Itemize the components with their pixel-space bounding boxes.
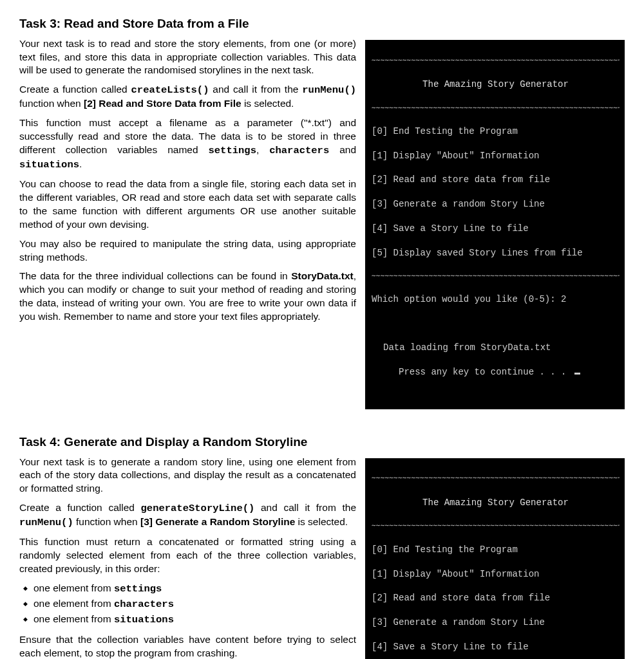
terminal-divider: ∼∼∼∼∼∼∼∼∼∼∼∼∼∼∼∼∼∼∼∼∼∼∼∼∼∼∼∼∼∼∼∼∼∼∼∼∼∼∼∼…: [372, 474, 620, 483]
section-gap: [19, 416, 625, 430]
menu-item-2: [2] Read and store data from file: [372, 174, 620, 186]
terminal-title: The Amazing Story Generator: [372, 78, 620, 91]
menu-option-ref: [2] Read and Store Data from File: [84, 98, 242, 109]
text-fragment: .: [79, 158, 82, 169]
code-characters: characters: [269, 145, 329, 156]
terminal-title: The Amazing Story Generator: [372, 496, 620, 510]
text-fragment: Create a function called: [19, 84, 131, 95]
text-fragment: The data for the three individual collec…: [19, 270, 291, 281]
code-situations: situations: [114, 614, 174, 626]
task4-heading: Task 4: Generate and Display a Random St…: [19, 434, 625, 450]
menu-item-5: [5] Display saved Story Lines from file: [372, 247, 620, 259]
text-fragment: Create a function called: [19, 502, 141, 513]
code-characters: characters: [114, 599, 174, 610]
terminal-divider: ∼∼∼∼∼∼∼∼∼∼∼∼∼∼∼∼∼∼∼∼∼∼∼∼∼∼∼∼∼∼∼∼∼∼∼∼∼∼∼∼…: [372, 56, 620, 66]
code-createlists: createLists(): [131, 84, 209, 96]
menu-option-ref: [3] Generate a Random Storyline: [140, 516, 295, 527]
terminal-divider: ∼∼∼∼∼∼∼∼∼∼∼∼∼∼∼∼∼∼∼∼∼∼∼∼∼∼∼∼∼∼∼∼∼∼∼∼∼∼∼∼…: [372, 104, 620, 113]
text-fragment: and call it from the: [209, 84, 302, 95]
terminal-divider: ∼∼∼∼∼∼∼∼∼∼∼∼∼∼∼∼∼∼∼∼∼∼∼∼∼∼∼∼∼∼∼∼∼∼∼∼∼∼∼∼…: [372, 272, 620, 281]
text-fragment: one element from: [33, 613, 114, 624]
terminal-divider: ∼∼∼∼∼∼∼∼∼∼∼∼∼∼∼∼∼∼∼∼∼∼∼∼∼∼∼∼∼∼∼∼∼∼∼∼∼∼∼∼…: [372, 521, 620, 531]
text-fragment: function when: [73, 516, 140, 527]
code-runmenu: runMenu(): [302, 84, 356, 96]
task4-terminal: ∼∼∼∼∼∼∼∼∼∼∼∼∼∼∼∼∼∼∼∼∼∼∼∼∼∼∼∼∼∼∼∼∼∼∼∼∼∼∼∼…: [365, 458, 625, 660]
menu-item-3: [3] Generate a random Story Line: [372, 198, 620, 210]
terminal-continue-text: Press any key to continue . . .: [399, 367, 572, 377]
task3-section: Task 3: Read and Store Data from a File …: [19, 15, 625, 416]
code-runmenu: runMenu(): [19, 517, 73, 528]
task4-section: Task 4: Generate and Display a Random St…: [19, 434, 625, 659]
terminal-blank: [372, 318, 620, 330]
menu-item-0: [0] End Testing the Program: [372, 544, 620, 556]
cursor-icon: [574, 373, 580, 375]
code-settings: settings: [209, 145, 256, 156]
terminal-prompt-line: Which option would you like (0-5): 2: [372, 293, 620, 306]
task3-heading: Task 3: Read and Store Data from a File: [19, 15, 625, 32]
text-fragment: and: [329, 144, 356, 155]
terminal-continue-line: Press any key to continue . . .: [372, 366, 620, 378]
menu-item-2: [2] Read and store data from file: [372, 592, 620, 604]
text-fragment: and call it from the: [254, 502, 356, 513]
menu-item-4: [4] Save a Story Line to file: [372, 641, 620, 653]
code-situations: situations: [19, 159, 79, 171]
menu-item-3: [3] Generate a random Story Line: [372, 617, 620, 629]
task3-terminal: ∼∼∼∼∼∼∼∼∼∼∼∼∼∼∼∼∼∼∼∼∼∼∼∼∼∼∼∼∼∼∼∼∼∼∼∼∼∼∼∼…: [365, 40, 625, 409]
text-fragment: ,: [256, 144, 269, 155]
terminal-loading-line: Data loading from StoryData.txt: [372, 342, 620, 354]
menu-item-1: [1] Display "About" Information: [372, 150, 620, 162]
code-generatestoryline: generateStoryLine(): [141, 503, 255, 514]
storydata-filename: StoryData.txt: [291, 270, 353, 281]
text-fragment: one element from: [33, 582, 114, 593]
text-fragment: one element from: [33, 598, 114, 609]
menu-item-1: [1] Display "About" Information: [372, 568, 620, 580]
menu-item-4: [4] Save a Story Line to file: [372, 223, 620, 235]
text-fragment: is selected.: [295, 516, 348, 527]
menu-item-0: [0] End Testing the Program: [372, 125, 620, 138]
text-fragment: is selected.: [242, 98, 294, 109]
text-fragment: function when: [19, 98, 84, 109]
code-settings: settings: [114, 583, 162, 595]
